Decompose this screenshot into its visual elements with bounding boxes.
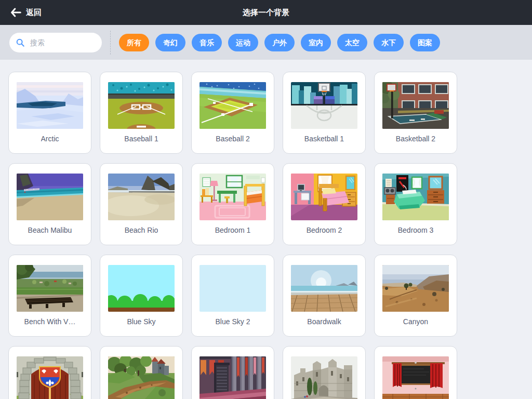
backdrop-thumbnail-basketball-court-photo <box>382 82 449 129</box>
backdrop-card[interactable]: Arctic <box>8 72 91 154</box>
backdrop-label: Bedroom 3 <box>398 226 433 234</box>
backdrop-thumbnail-blue-sky <box>108 265 175 312</box>
filter-tag-fantasy[interactable]: 奇幻 <box>155 34 185 51</box>
backdrop-card[interactable]: Baseball 1 <box>100 72 183 154</box>
filter-tag-music[interactable]: 音乐 <box>192 34 222 51</box>
backdrop-thumbnail-baseball-field-2 <box>200 82 266 129</box>
backdrop-card[interactable]: Blue Sky 2 <box>191 255 274 337</box>
toolbar-divider <box>110 31 111 55</box>
backdrop-thumbnail-bedroom-2 <box>291 174 357 220</box>
backdrop-card[interactable]: Bedroom 2 <box>283 163 366 245</box>
backdrop-label: Bedroom 1 <box>215 226 250 234</box>
filter-toolbar: 所有奇幻音乐运动户外室内太空水下图案 <box>0 25 532 60</box>
backdrop-thumbnail-baseball-field-1 <box>108 82 175 129</box>
backdrop-thumbnail-boardwalk <box>291 265 357 312</box>
backdrop-thumbnail-bedroom-3 <box>382 174 449 220</box>
back-arrow-icon <box>10 8 21 17</box>
backdrop-thumbnail-bench-with-view <box>17 265 83 312</box>
backdrop-card[interactable] <box>283 346 366 399</box>
backdrop-thumbnail-arctic <box>17 82 83 129</box>
back-label: 返回 <box>26 8 42 18</box>
backdrop-label: Baseball 1 <box>124 135 158 143</box>
backdrop-label: Bedroom 2 <box>307 226 342 234</box>
filter-tag-underwater[interactable]: 水下 <box>374 34 404 51</box>
backdrop-thumbnail-canyon <box>382 265 449 312</box>
backdrop-label: Baseball 2 <box>216 135 249 143</box>
filter-tag-outdoors[interactable]: 户外 <box>264 34 295 51</box>
backdrop-card[interactable]: Bench With V… <box>8 255 91 337</box>
backdrop-card[interactable] <box>100 346 183 399</box>
backdrop-card[interactable]: Baseball 2 <box>191 72 274 154</box>
filter-tag-indoors[interactable]: 室内 <box>301 34 331 51</box>
backdrop-thumbnail-bedroom-1 <box>200 174 266 220</box>
back-button[interactable]: 返回 <box>7 6 45 20</box>
backdrop-label: Beach Rio <box>125 226 158 234</box>
backdrop-card[interactable] <box>374 346 457 399</box>
filter-tag-patterns[interactable]: 图案 <box>410 34 440 51</box>
backdrop-grid: ArcticBaseball 1Baseball 2Basketball 1Ba… <box>8 72 532 399</box>
backdrop-card[interactable]: Blue Sky <box>100 255 183 337</box>
backdrop-card[interactable]: Boardwalk <box>283 255 366 337</box>
page-title: 选择一个背景 <box>243 8 289 18</box>
topbar: 返回 选择一个背景 <box>0 0 532 25</box>
filter-tag-all[interactable]: 所有 <box>119 34 149 51</box>
search-input[interactable] <box>29 38 96 47</box>
backdrop-thumbnail-beach-rio <box>108 174 175 220</box>
search-box[interactable] <box>9 33 102 52</box>
backdrop-thumbnail-blue-sky-2 <box>200 265 266 312</box>
backdrop-card[interactable]: Canyon <box>374 255 457 337</box>
backdrop-label: Boardwalk <box>307 317 341 326</box>
backdrop-card[interactable]: Basketball 2 <box>374 72 457 154</box>
backdrop-thumbnail-chalkboard <box>382 356 449 399</box>
filter-tag-list: 所有奇幻音乐运动户外室内太空水下图案 <box>119 34 440 51</box>
backdrop-label: Beach Malibu <box>28 226 72 234</box>
backdrop-card[interactable]: Beach Rio <box>100 163 183 245</box>
backdrop-card[interactable]: Basketball 1 <box>283 72 366 154</box>
backdrop-label: Bench With V… <box>24 317 76 326</box>
backdrop-card[interactable] <box>8 346 91 399</box>
backdrop-card[interactable]: Beach Malibu <box>8 163 91 245</box>
backdrop-thumbnail-castle-forest-path <box>108 356 175 399</box>
backdrop-thumbnail-castle-stone-photo <box>291 356 357 399</box>
search-icon <box>16 38 25 47</box>
backdrop-card[interactable]: Bedroom 1 <box>191 163 274 245</box>
filter-tag-sports[interactable]: 运动 <box>228 34 258 51</box>
backdrop-label: Blue Sky <box>127 317 155 326</box>
backdrop-label: Arctic <box>41 135 59 143</box>
backdrop-thumbnail-castle-interior <box>200 356 266 399</box>
backdrop-card[interactable]: Bedroom 3 <box>374 163 457 245</box>
backdrop-thumbnail-castle-door <box>17 356 83 399</box>
backdrop-label: Basketball 2 <box>396 135 435 143</box>
filter-tag-space[interactable]: 太空 <box>337 34 367 51</box>
backdrop-thumbnail-beach-malibu <box>17 174 83 220</box>
backdrop-card[interactable] <box>191 346 274 399</box>
backdrop-label: Canyon <box>403 317 428 326</box>
backdrop-thumbnail-basketball-court-cartoon <box>291 82 357 129</box>
backdrop-library: ArcticBaseball 1Baseball 2Basketball 1Ba… <box>0 60 532 399</box>
backdrop-label: Basketball 1 <box>304 135 344 143</box>
backdrop-label: Blue Sky 2 <box>216 317 250 326</box>
